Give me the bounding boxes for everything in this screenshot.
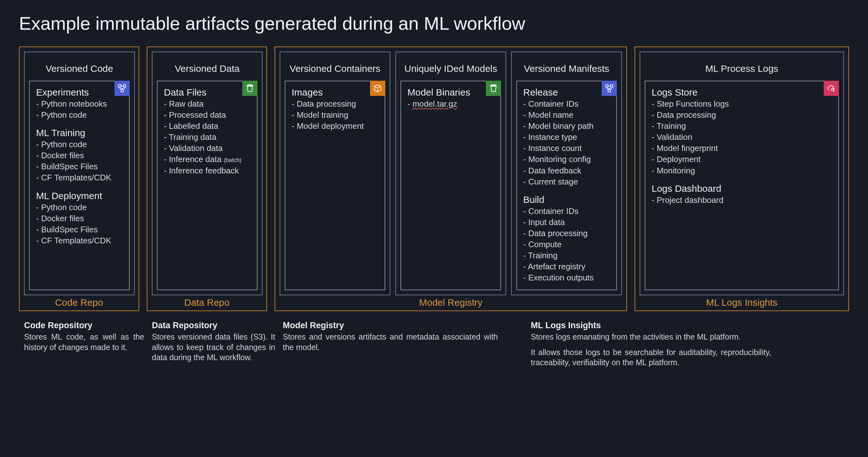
footer-model-registry: Model Registry Stores and versions artif…: [283, 321, 498, 368]
list-item: Instance count: [523, 143, 610, 154]
group-model-registry: Versioned Containers ImagesData processi…: [275, 47, 627, 311]
list-item: Inference feedback: [164, 165, 251, 176]
cloud-search-icon: [824, 81, 839, 96]
list-item: Deployment: [652, 154, 832, 165]
card-containers: ImagesData processingModel trainingModel…: [285, 81, 385, 290]
footer-paragraph: Stores versioned data files (S3). It all…: [152, 332, 275, 363]
section-heading: Logs Dashboard: [652, 183, 832, 194]
list-item: Container IDs: [523, 206, 610, 217]
section-heading: Experiments: [36, 87, 123, 98]
column-versioned-manifests: Versioned Manifests ReleaseContainer IDs…: [511, 52, 622, 295]
footer-title: ML Logs Insights: [531, 321, 771, 330]
list-item: Training data: [164, 132, 251, 143]
item-list: Step Functions logsData processingTraini…: [652, 98, 832, 176]
column-title: Versioned Code: [29, 57, 130, 81]
bucket-icon: [242, 81, 257, 96]
item-list: Raw dataProcessed dataLabelled dataTrain…: [164, 98, 251, 176]
group-label: Code Repo: [24, 295, 134, 308]
list-item: Labelled data: [164, 121, 251, 132]
card-code: ExperimentsPython notebooksPython codeML…: [29, 81, 130, 290]
section-heading: ML Training: [36, 127, 123, 138]
list-item: Compute: [523, 239, 610, 250]
footer-data-repository: Data Repository Stores versioned data fi…: [152, 321, 275, 368]
section-heading: Logs Store: [652, 87, 832, 98]
footer-paragraph: Stores ML code, as well as the history o…: [24, 332, 144, 352]
footer-title: Data Repository: [152, 321, 275, 330]
group-label: ML Logs Insights: [640, 295, 844, 308]
item-list: Python notebooksPython code: [36, 98, 123, 121]
list-item: CF Templates/CDK: [36, 235, 123, 246]
column-versioned-data: Versioned Data Data FilesRaw dataProcess…: [152, 52, 262, 295]
list-item: Model deployment: [292, 121, 378, 132]
column-title: Uniquely IDed Models: [400, 57, 501, 81]
column-title: Versioned Manifests: [516, 57, 617, 81]
list-item: Docker files: [36, 213, 123, 224]
footer-title: Code Repository: [24, 321, 144, 330]
list-item: Processed data: [164, 110, 251, 121]
list-item: Validation data: [164, 143, 251, 154]
group-ml-logs-insights: ML Process Logs Logs StoreStep Functions…: [634, 47, 849, 311]
group-label: Data Repo: [152, 295, 262, 308]
list-item: Raw data: [164, 98, 251, 110]
list-item: Execution outputs: [523, 272, 610, 283]
list-item: Monitoring: [652, 165, 832, 176]
section-heading: Build: [523, 194, 610, 205]
list-item: Monitoring config: [523, 154, 610, 165]
section-heading: ML Deployment: [36, 190, 123, 201]
footer-paragraph: It allows those logs to be searchable fo…: [531, 347, 771, 368]
bucket-icon: [486, 81, 501, 96]
list-item: Project dashboard: [652, 195, 832, 206]
list-item: Data processing: [292, 98, 378, 110]
item-list: Container IDsModel nameModel binary path…: [523, 98, 610, 187]
footer-title: Model Registry: [283, 321, 498, 330]
list-item: CF Templates/CDK: [36, 172, 123, 183]
footer-row: Code Repository Stores ML code, as well …: [19, 321, 849, 368]
item-list: Container IDsInput dataData processingCo…: [523, 206, 610, 283]
card-manifests: ReleaseContainer IDsModel nameModel bina…: [516, 81, 617, 290]
footer-paragraph: Stores and versions artifacts and metada…: [283, 332, 498, 352]
list-item: Validation: [652, 132, 832, 143]
list-item: Container IDs: [523, 98, 610, 110]
item-list: Data processingModel trainingModel deplo…: [292, 98, 378, 132]
list-item: BuildSpec Files: [36, 161, 123, 172]
group-data-repo: Versioned Data Data FilesRaw dataProcess…: [147, 47, 267, 311]
list-item: Python code: [36, 139, 123, 150]
column-ml-process-logs: ML Process Logs Logs StoreStep Functions…: [640, 52, 844, 295]
section-heading: Release: [523, 87, 610, 98]
item-list: Project dashboard: [652, 195, 832, 206]
list-item: Model training: [292, 110, 378, 121]
list-item: model.tar.gz: [407, 98, 494, 110]
column-title: Versioned Containers: [285, 57, 385, 81]
footer-code-repository: Code Repository Stores ML code, as well …: [24, 321, 144, 368]
card-data: Data FilesRaw dataProcessed dataLabelled…: [157, 81, 257, 290]
list-item: Data processing: [652, 110, 832, 121]
footer-ml-logs-insights: ML Logs Insights Stores logs emanating f…: [531, 321, 771, 368]
list-item: Data feedback: [523, 165, 610, 176]
diagram-row: Versioned Code ExperimentsPython noteboo…: [19, 47, 849, 311]
page-title: Example immutable artifacts generated du…: [19, 13, 849, 34]
item-list: Python codeDocker filesBuildSpec FilesCF…: [36, 202, 123, 246]
list-item: Training: [523, 250, 610, 261]
list-item: Artefact registry: [523, 261, 610, 272]
list-item: Python code: [36, 110, 123, 121]
list-item: Inference data (batch): [164, 154, 251, 165]
footer-paragraph: Stores logs emanating from the activitie…: [531, 332, 771, 342]
list-item: Docker files: [36, 150, 123, 161]
list-item: Python code: [36, 202, 123, 213]
section-heading: Data Files: [164, 87, 251, 98]
column-uniquely-ided-models: Uniquely IDed Models Model Binariesmodel…: [395, 52, 506, 295]
list-item: Model fingerprint: [652, 143, 832, 154]
card-logs: Logs StoreStep Functions logsData proces…: [645, 81, 839, 290]
column-versioned-containers: Versioned Containers ImagesData processi…: [280, 52, 390, 295]
list-item: Instance type: [523, 132, 610, 143]
list-item: Data processing: [523, 228, 610, 239]
workflow-icon: [115, 81, 130, 96]
column-versioned-code: Versioned Code ExperimentsPython noteboo…: [24, 52, 135, 295]
list-item: Model name: [523, 110, 610, 121]
list-item: Training: [652, 121, 832, 132]
item-list: Python codeDocker filesBuildSpec FilesCF…: [36, 139, 123, 183]
group-code-repo: Versioned Code ExperimentsPython noteboo…: [19, 47, 139, 311]
list-item: BuildSpec Files: [36, 224, 123, 235]
list-item: Python notebooks: [36, 98, 123, 110]
column-title: ML Process Logs: [645, 57, 839, 81]
